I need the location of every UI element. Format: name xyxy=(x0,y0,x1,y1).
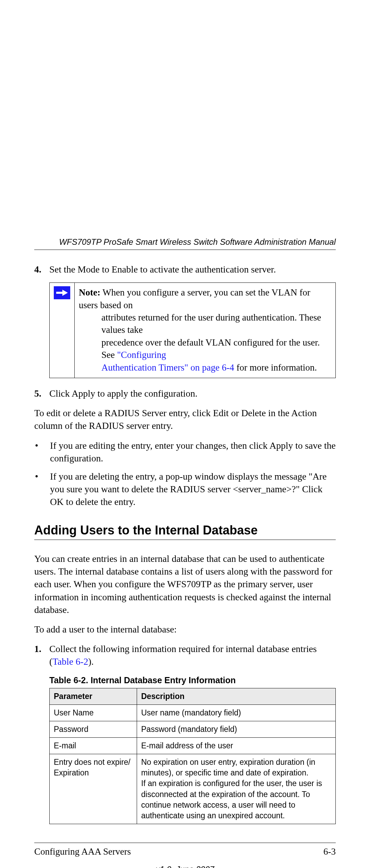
table-caption: Table 6-2. Internal Database Entry Infor… xyxy=(49,675,336,685)
cell-param: E-mail xyxy=(50,738,137,754)
note-line2: attributes returned for the user during … xyxy=(79,311,329,336)
note-line4b: for more information. xyxy=(234,362,317,373)
running-header: WFS709TP ProSafe Smart Wireless Switch S… xyxy=(34,237,336,250)
step-5-number: 5. xyxy=(34,387,49,400)
cell-param: Entry does not expire/ Expiration xyxy=(50,754,137,824)
table-row: E-mail E-mail address of the user xyxy=(50,738,336,754)
section-heading-adding-users: Adding Users to the Internal Database xyxy=(34,523,336,540)
note-text: Note: When you configure a server, you c… xyxy=(75,283,335,378)
bullet-delete-text: If you are deleting the entry, a pop-up … xyxy=(50,470,336,508)
footer-section-title: Configuring AAA Servers xyxy=(34,846,131,857)
para-edit-delete: To edit or delete a RADIUS Server entry,… xyxy=(34,407,336,432)
step-4-text: Set the Mode to Enable to activate the a… xyxy=(49,263,336,276)
table-row: Password Password (mandatory field) xyxy=(50,721,336,738)
bullet-edit-text: If you are editing the entry, enter your… xyxy=(50,439,336,465)
note-box: Note: When you configure a server, you c… xyxy=(49,282,336,378)
th-parameter: Parameter xyxy=(50,688,137,705)
cell-desc: Password (mandatory field) xyxy=(137,721,336,738)
cell-desc: E-mail address of the user xyxy=(137,738,336,754)
para-toadd: To add a user to the internal database: xyxy=(34,623,336,636)
step-4-number: 4. xyxy=(34,263,49,276)
note-line1: When you configure a server, you can set… xyxy=(79,287,310,310)
arrow-right-icon xyxy=(54,286,70,299)
th-description: Description xyxy=(137,688,336,705)
cell-desc: No expiration on user entry, expiration … xyxy=(137,754,336,824)
table-row: User Name User name (mandatory field) xyxy=(50,705,336,721)
table-row: Entry does not expire/ Expiration No exp… xyxy=(50,754,336,824)
step-1-number: 1. xyxy=(34,642,49,668)
step-1-text-b: ). xyxy=(88,656,94,667)
page: WFS709TP ProSafe Smart Wireless Switch S… xyxy=(0,0,370,868)
step-1-text: Collect the following information requir… xyxy=(49,642,336,668)
cell-desc: User name (mandatory field) xyxy=(137,705,336,721)
internal-db-table: Parameter Description User Name User nam… xyxy=(49,688,336,824)
para-intro: You can create entries in an internal da… xyxy=(34,552,336,616)
table-6-2-link[interactable]: Table 6-2 xyxy=(52,656,88,667)
cell-param: Password xyxy=(50,721,137,738)
bullet-icon: • xyxy=(34,470,50,508)
step-4: 4. Set the Mode to Enable to activate th… xyxy=(34,263,336,276)
note-icon-cell xyxy=(50,283,75,378)
bullet-edit: • If you are editing the entry, enter yo… xyxy=(34,439,336,465)
table-header-row: Parameter Description xyxy=(50,688,336,705)
bullet-icon: • xyxy=(34,439,50,465)
page-footer: Configuring AAA Servers 6-3 xyxy=(34,843,336,857)
footer-version: v1.0, June 2007 xyxy=(34,865,336,868)
step-5-text: Click Apply to apply the configuration. xyxy=(49,387,336,400)
note-label: Note: xyxy=(79,287,100,298)
step-5: 5. Click Apply to apply the configuratio… xyxy=(34,387,336,400)
cell-param: User Name xyxy=(50,705,137,721)
config-auth-timers-link[interactable]: "Configuring xyxy=(117,350,166,360)
config-auth-timers-link-cont[interactable]: Authentication Timers" on page 6-4 xyxy=(101,362,234,373)
footer-page-number: 6-3 xyxy=(323,846,336,857)
step-1: 1. Collect the following information req… xyxy=(34,642,336,668)
bullet-delete: • If you are deleting the entry, a pop-u… xyxy=(34,470,336,508)
